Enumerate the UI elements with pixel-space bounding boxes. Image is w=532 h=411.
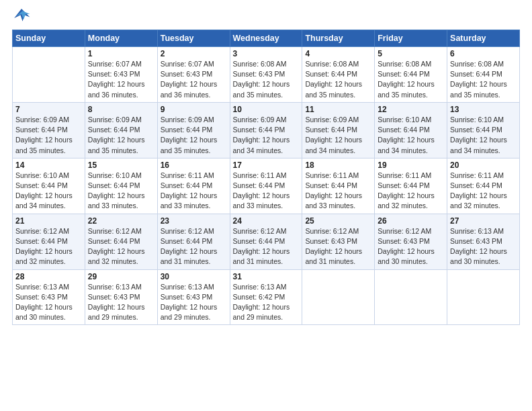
weekday-header: Tuesday xyxy=(157,30,230,47)
calendar-cell: 14Sunrise: 6:10 AMSunset: 6:44 PMDayligh… xyxy=(13,158,85,214)
calendar-week-row: 1Sunrise: 6:07 AMSunset: 6:43 PMDaylight… xyxy=(13,47,520,103)
calendar-cell: 27Sunrise: 6:13 AMSunset: 6:43 PMDayligh… xyxy=(447,214,520,269)
calendar-cell: 2Sunrise: 6:07 AMSunset: 6:43 PMDaylight… xyxy=(157,47,230,103)
calendar-cell: 25Sunrise: 6:12 AMSunset: 6:43 PMDayligh… xyxy=(302,214,375,269)
day-detail: Sunrise: 6:09 AMSunset: 6:44 PMDaylight:… xyxy=(88,115,154,156)
day-detail: Sunrise: 6:12 AMSunset: 6:44 PMDaylight:… xyxy=(233,226,300,267)
calendar-cell: 31Sunrise: 6:13 AMSunset: 6:42 PMDayligh… xyxy=(230,269,302,325)
day-number: 26 xyxy=(378,216,444,226)
logo xyxy=(12,7,34,26)
day-detail: Sunrise: 6:09 AMSunset: 6:44 PMDaylight:… xyxy=(161,115,227,156)
calendar-cell: 17Sunrise: 6:11 AMSunset: 6:44 PMDayligh… xyxy=(230,158,302,214)
day-number: 29 xyxy=(88,272,154,281)
day-number: 23 xyxy=(161,216,227,226)
day-number: 7 xyxy=(15,105,82,114)
calendar-cell: 10Sunrise: 6:09 AMSunset: 6:44 PMDayligh… xyxy=(230,102,302,158)
day-number: 18 xyxy=(305,161,371,170)
day-number: 20 xyxy=(450,161,517,170)
day-detail: Sunrise: 6:10 AMSunset: 6:44 PMDaylight:… xyxy=(15,171,82,212)
day-number: 9 xyxy=(161,105,227,114)
day-detail: Sunrise: 6:12 AMSunset: 6:44 PMDaylight:… xyxy=(161,226,227,267)
day-number: 16 xyxy=(161,161,227,170)
calendar-cell: 8Sunrise: 6:09 AMSunset: 6:44 PMDaylight… xyxy=(85,102,157,158)
calendar-cell: 7Sunrise: 6:09 AMSunset: 6:44 PMDaylight… xyxy=(13,102,85,158)
day-detail: Sunrise: 6:08 AMSunset: 6:44 PMDaylight:… xyxy=(450,59,517,100)
day-number: 5 xyxy=(378,49,444,58)
day-detail: Sunrise: 6:13 AMSunset: 6:43 PMDaylight:… xyxy=(450,226,517,267)
calendar-cell: 18Sunrise: 6:11 AMSunset: 6:44 PMDayligh… xyxy=(302,158,375,214)
calendar-cell: 1Sunrise: 6:07 AMSunset: 6:43 PMDaylight… xyxy=(85,47,157,103)
day-number: 28 xyxy=(15,272,82,281)
calendar-cell xyxy=(13,47,85,103)
day-number: 1 xyxy=(88,49,154,58)
calendar-cell: 26Sunrise: 6:12 AMSunset: 6:43 PMDayligh… xyxy=(375,214,447,269)
day-detail: Sunrise: 6:07 AMSunset: 6:43 PMDaylight:… xyxy=(161,59,227,100)
day-detail: Sunrise: 6:11 AMSunset: 6:44 PMDaylight:… xyxy=(378,171,444,212)
day-detail: Sunrise: 6:11 AMSunset: 6:44 PMDaylight:… xyxy=(450,171,517,212)
calendar-cell: 16Sunrise: 6:11 AMSunset: 6:44 PMDayligh… xyxy=(157,158,230,214)
day-detail: Sunrise: 6:08 AMSunset: 6:44 PMDaylight:… xyxy=(305,59,371,100)
calendar-cell: 4Sunrise: 6:08 AMSunset: 6:44 PMDaylight… xyxy=(302,47,375,103)
weekday-header: Sunday xyxy=(13,30,85,47)
calendar-header: SundayMondayTuesdayWednesdayThursdayFrid… xyxy=(13,30,520,47)
day-detail: Sunrise: 6:09 AMSunset: 6:44 PMDaylight:… xyxy=(15,115,82,156)
day-detail: Sunrise: 6:12 AMSunset: 6:43 PMDaylight:… xyxy=(378,226,444,267)
day-number: 14 xyxy=(15,161,82,170)
calendar-cell: 30Sunrise: 6:13 AMSunset: 6:43 PMDayligh… xyxy=(157,269,230,325)
calendar-cell: 15Sunrise: 6:10 AMSunset: 6:44 PMDayligh… xyxy=(85,158,157,214)
weekday-header: Monday xyxy=(85,30,157,47)
calendar-cell xyxy=(375,269,447,325)
day-number: 25 xyxy=(305,216,371,226)
day-detail: Sunrise: 6:12 AMSunset: 6:43 PMDaylight:… xyxy=(305,226,371,267)
day-detail: Sunrise: 6:07 AMSunset: 6:43 PMDaylight:… xyxy=(88,59,154,100)
calendar-week-row: 28Sunrise: 6:13 AMSunset: 6:43 PMDayligh… xyxy=(13,269,520,325)
weekday-header: Thursday xyxy=(302,30,375,47)
weekday-header: Friday xyxy=(375,30,447,47)
calendar-cell: 23Sunrise: 6:12 AMSunset: 6:44 PMDayligh… xyxy=(157,214,230,269)
day-detail: Sunrise: 6:09 AMSunset: 6:44 PMDaylight:… xyxy=(305,115,371,156)
logo-bird-icon xyxy=(12,7,31,26)
day-number: 2 xyxy=(161,49,227,58)
day-number: 8 xyxy=(88,105,154,114)
day-number: 15 xyxy=(88,161,154,170)
calendar-cell: 29Sunrise: 6:13 AMSunset: 6:43 PMDayligh… xyxy=(85,269,157,325)
day-detail: Sunrise: 6:08 AMSunset: 6:43 PMDaylight:… xyxy=(233,59,300,100)
day-detail: Sunrise: 6:11 AMSunset: 6:44 PMDaylight:… xyxy=(233,171,300,212)
calendar-cell: 21Sunrise: 6:12 AMSunset: 6:44 PMDayligh… xyxy=(13,214,85,269)
day-detail: Sunrise: 6:08 AMSunset: 6:44 PMDaylight:… xyxy=(378,59,444,100)
day-number: 30 xyxy=(161,272,227,281)
calendar-cell xyxy=(302,269,375,325)
weekday-header: Wednesday xyxy=(230,30,302,47)
day-detail: Sunrise: 6:10 AMSunset: 6:44 PMDaylight:… xyxy=(378,115,444,156)
day-number: 12 xyxy=(378,105,444,114)
calendar-cell: 22Sunrise: 6:12 AMSunset: 6:44 PMDayligh… xyxy=(85,214,157,269)
header-area xyxy=(12,7,520,26)
day-number: 3 xyxy=(233,49,300,58)
day-number: 6 xyxy=(450,49,517,58)
calendar-cell: 13Sunrise: 6:10 AMSunset: 6:44 PMDayligh… xyxy=(447,102,520,158)
day-detail: Sunrise: 6:11 AMSunset: 6:44 PMDaylight:… xyxy=(161,171,227,212)
calendar-cell xyxy=(447,269,520,325)
day-detail: Sunrise: 6:10 AMSunset: 6:44 PMDaylight:… xyxy=(88,171,154,212)
weekday-header: Saturday xyxy=(447,30,520,47)
day-number: 24 xyxy=(233,216,300,226)
calendar-body: 1Sunrise: 6:07 AMSunset: 6:43 PMDaylight… xyxy=(13,47,520,325)
day-detail: Sunrise: 6:11 AMSunset: 6:44 PMDaylight:… xyxy=(305,171,371,212)
day-detail: Sunrise: 6:13 AMSunset: 6:43 PMDaylight:… xyxy=(161,282,227,323)
calendar-cell: 24Sunrise: 6:12 AMSunset: 6:44 PMDayligh… xyxy=(230,214,302,269)
page: SundayMondayTuesdayWednesdayThursdayFrid… xyxy=(0,0,532,411)
calendar-cell: 20Sunrise: 6:11 AMSunset: 6:44 PMDayligh… xyxy=(447,158,520,214)
day-detail: Sunrise: 6:09 AMSunset: 6:44 PMDaylight:… xyxy=(233,115,300,156)
day-detail: Sunrise: 6:13 AMSunset: 6:43 PMDaylight:… xyxy=(15,282,82,323)
calendar-cell: 3Sunrise: 6:08 AMSunset: 6:43 PMDaylight… xyxy=(230,47,302,103)
calendar-week-row: 21Sunrise: 6:12 AMSunset: 6:44 PMDayligh… xyxy=(13,214,520,269)
day-number: 13 xyxy=(450,105,517,114)
day-number: 10 xyxy=(233,105,300,114)
calendar-week-row: 7Sunrise: 6:09 AMSunset: 6:44 PMDaylight… xyxy=(13,102,520,158)
calendar-week-row: 14Sunrise: 6:10 AMSunset: 6:44 PMDayligh… xyxy=(13,158,520,214)
calendar-cell: 6Sunrise: 6:08 AMSunset: 6:44 PMDaylight… xyxy=(447,47,520,103)
day-number: 11 xyxy=(305,105,371,114)
calendar-cell: 11Sunrise: 6:09 AMSunset: 6:44 PMDayligh… xyxy=(302,102,375,158)
day-detail: Sunrise: 6:13 AMSunset: 6:42 PMDaylight:… xyxy=(233,282,300,323)
calendar-cell: 9Sunrise: 6:09 AMSunset: 6:44 PMDaylight… xyxy=(157,102,230,158)
